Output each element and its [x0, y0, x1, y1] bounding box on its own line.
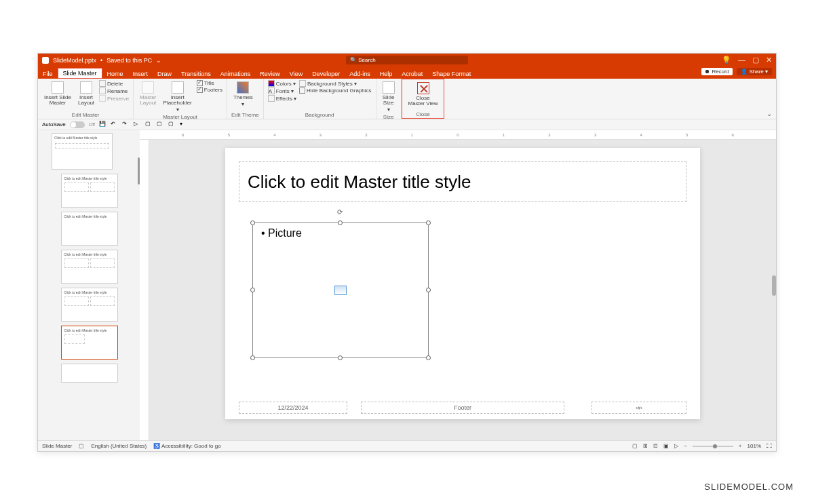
resize-handle[interactable]	[426, 355, 431, 360]
group-close: Close Master View Close	[402, 79, 445, 119]
picture-icon[interactable]	[334, 286, 347, 295]
slide-number-placeholder[interactable]	[592, 402, 686, 414]
close-master-view-button[interactable]: Close Master View	[406, 81, 440, 108]
chevron-down-icon[interactable]: ⌄	[156, 57, 161, 64]
layout-thumbnail-6[interactable]	[61, 364, 118, 383]
qat-more-icon[interactable]: ▾	[180, 121, 187, 128]
qat-icon[interactable]: ▢	[145, 121, 153, 128]
resize-handle[interactable]	[250, 220, 255, 225]
effects-button[interactable]: Effects ▾	[268, 95, 296, 102]
tab-home[interactable]: Home	[102, 69, 128, 79]
slide-size-button[interactable]: Slide Size ▾	[381, 80, 397, 114]
tab-transitions[interactable]: Transitions	[176, 69, 216, 79]
resize-handle[interactable]	[426, 288, 431, 292]
master-layout-button[interactable]: Master Layout	[138, 80, 158, 107]
rotation-handle-icon[interactable]: ⟳	[337, 208, 343, 216]
footer-placeholder[interactable]: Footer	[361, 402, 564, 414]
tab-addins[interactable]: Add-ins	[345, 69, 375, 79]
preserve-button[interactable]: Preserve	[99, 95, 129, 102]
resize-handle[interactable]	[250, 288, 255, 292]
layout-thumbnail-3[interactable]: Click to edit Master title style	[61, 250, 118, 284]
title-placeholder[interactable]: Click to edit Master title style	[239, 161, 686, 202]
group-master-layout: Master Layout Insert Placeholder ▾ Title…	[134, 79, 227, 119]
fit-to-window-button[interactable]: ⛶	[767, 443, 772, 449]
powerpoint-window: SlideModel.pptx • Saved to this PC ⌄ 🔍 S…	[37, 53, 777, 452]
thumbnail-panel[interactable]: Click to edit Master title style Click t…	[38, 130, 140, 440]
tab-shape-format[interactable]: Shape Format	[427, 69, 476, 79]
group-label: Size	[381, 114, 397, 121]
collapse-ribbon-button[interactable]: ⌄	[767, 110, 772, 117]
slide-stage[interactable]: Click to edit Master title style ⟳ • Pi	[149, 140, 776, 440]
record-button[interactable]: ⏺ Record	[701, 68, 733, 75]
zoom-out-button[interactable]: −	[684, 443, 687, 449]
tab-review[interactable]: Review	[255, 69, 285, 79]
close-icon	[417, 82, 429, 94]
tab-developer[interactable]: Developer	[307, 69, 345, 79]
reading-view-button[interactable]: ▣	[663, 443, 669, 449]
normal-view-button[interactable]: ⊞	[643, 443, 648, 449]
sorter-view-button[interactable]: ⊡	[653, 443, 658, 449]
autosave-state: Off	[89, 122, 95, 127]
bullet-text: • Picture	[261, 227, 302, 239]
title-checkbox[interactable]: Title	[197, 80, 222, 86]
resize-handle[interactable]	[426, 220, 431, 225]
notes-button[interactable]: ▢	[632, 443, 638, 449]
delete-button[interactable]: Delete	[99, 80, 129, 87]
vertical-scrollbar[interactable]	[772, 275, 776, 296]
picture-placeholder[interactable]: ⟳ • Picture	[252, 222, 429, 358]
master-thumbnail[interactable]: Click to edit Master title style	[52, 133, 113, 170]
autosave-label: AutoSave	[42, 121, 66, 128]
themes-button[interactable]: Themes ▾	[231, 80, 255, 109]
insert-placeholder-button[interactable]: Insert Placeholder ▾	[161, 80, 194, 114]
layout-thumbnail-5[interactable]: Click to edit Master title style	[61, 326, 118, 360]
lightbulb-icon[interactable]: 💡	[722, 56, 731, 64]
autosave-toggle[interactable]	[70, 121, 85, 128]
watermark: SLIDEMODEL.COM	[704, 482, 794, 492]
bg-styles-button[interactable]: Background Styles ▾	[299, 80, 372, 87]
status-language[interactable]: English (United States)	[91, 443, 147, 449]
maximize-button[interactable]: ▢	[752, 56, 759, 64]
tab-file[interactable]: File	[38, 69, 58, 79]
layout-thumbnail-4[interactable]: Click to edit Master title style	[61, 288, 118, 322]
close-button[interactable]: ✕	[766, 56, 772, 64]
status-accessibility[interactable]: ♿ Accessibility: Good to go	[153, 443, 220, 449]
layout-thumbnail-2[interactable]: Click to edit Master title style	[61, 212, 118, 246]
horizontal-ruler: 6543210123456	[140, 130, 776, 140]
redo-icon[interactable]: ↷	[122, 121, 130, 128]
save-icon[interactable]: 💾	[99, 121, 106, 128]
tab-acrobat[interactable]: Acrobat	[397, 69, 427, 79]
tab-view[interactable]: View	[285, 69, 307, 79]
date-placeholder[interactable]: 12/22/2024	[239, 402, 347, 414]
share-button[interactable]: 👤 Share ▾	[737, 68, 772, 75]
qat-icon[interactable]: ▢	[168, 121, 176, 128]
tab-draw[interactable]: Draw	[153, 69, 176, 79]
tab-slide-master[interactable]: Slide Master	[58, 68, 102, 79]
resize-handle[interactable]	[338, 355, 343, 360]
canvas: 6543210123456 Click to edit Master title…	[140, 130, 776, 440]
minimize-button[interactable]: —	[738, 56, 745, 64]
slideshow-button[interactable]: ▷	[674, 443, 678, 449]
colors-button[interactable]: Colors ▾	[268, 80, 296, 87]
zoom-level[interactable]: 101%	[748, 443, 761, 449]
layout-thumbnail-1[interactable]: Click to edit Master title style	[61, 174, 118, 208]
insert-layout-button[interactable]: Insert Layout	[76, 80, 96, 107]
from-beginning-icon[interactable]: ▷	[134, 121, 141, 128]
group-label: Close	[406, 111, 440, 118]
undo-icon[interactable]: ↶	[111, 121, 118, 128]
resize-handle[interactable]	[338, 220, 343, 225]
resize-handle[interactable]	[250, 355, 255, 360]
zoom-in-button[interactable]: +	[739, 443, 742, 449]
hide-bg-checkbox[interactable]: Hide Background Graphics	[299, 88, 372, 94]
qat-icon[interactable]: ▢	[157, 121, 164, 128]
tab-animations[interactable]: Animations	[216, 69, 256, 79]
document-area: Click to edit Master title style Click t…	[38, 130, 776, 440]
tab-help[interactable]: Help	[375, 69, 398, 79]
tab-insert[interactable]: Insert	[128, 69, 153, 79]
slide[interactable]: Click to edit Master title style ⟳ • Pi	[225, 148, 700, 419]
rename-button[interactable]: Rename	[99, 88, 129, 94]
zoom-slider[interactable]	[693, 446, 733, 447]
footers-checkbox[interactable]: Footers	[197, 87, 222, 93]
fonts-button[interactable]: AFonts ▾	[268, 88, 296, 94]
search-input[interactable]: 🔍 Search	[346, 56, 468, 64]
insert-slide-master-button[interactable]: Insert Slide Master	[42, 80, 73, 107]
